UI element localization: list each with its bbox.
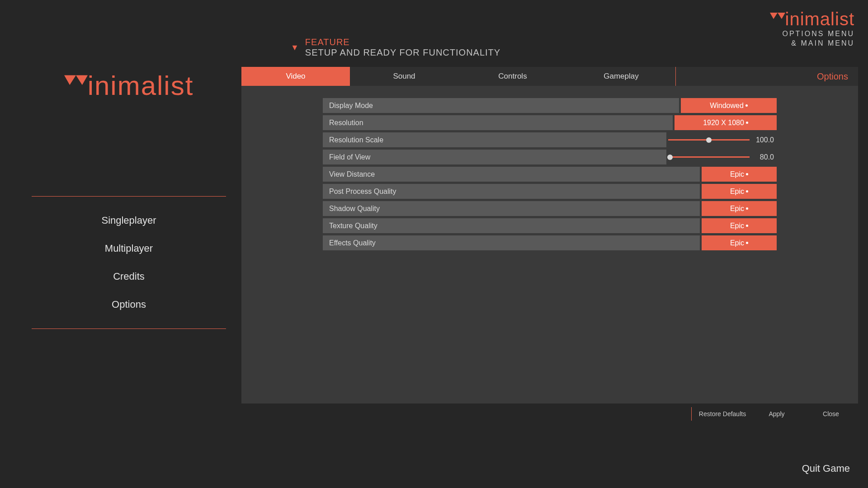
dropdown-value: Epic <box>730 239 744 247</box>
setting-dropdown[interactable]: Epic <box>702 184 777 199</box>
setting-dropdown[interactable]: Epic <box>702 218 777 233</box>
dropdown-bullet-icon <box>746 190 748 192</box>
dropdown-value: Epic <box>730 222 744 230</box>
menu-singleplayer[interactable]: Singleplayer <box>32 206 226 235</box>
subtitle-line2: & MAIN MENU <box>770 39 854 48</box>
slider-thumb[interactable] <box>706 137 712 143</box>
setting-label: Post Process Quality <box>323 184 700 199</box>
dropdown-value: Epic <box>730 170 744 178</box>
panel-title: Options <box>817 67 858 86</box>
tab-sound[interactable]: Sound <box>350 67 458 86</box>
dropdown-bullet-icon <box>746 225 748 227</box>
setting-label: Field of View <box>323 150 666 164</box>
settings-body: Display ModeWindowedResolution1920 X 108… <box>241 86 858 404</box>
slider-value: 80.0 <box>750 153 774 161</box>
brand-mark-icon <box>770 13 785 27</box>
menu-options[interactable]: Options <box>32 291 226 319</box>
caret-down-icon: ▼ <box>291 43 299 52</box>
options-tabs: Video Sound Controls Gameplay Options <box>241 67 858 86</box>
brand-logo: inimalist <box>32 70 226 101</box>
brand-logo-small: inimalist <box>770 9 854 29</box>
dropdown-value: Windowed <box>710 102 744 110</box>
setting-slider[interactable]: 80.0 <box>668 150 777 164</box>
menu-credits[interactable]: Credits <box>32 263 226 291</box>
apply-button[interactable]: Apply <box>750 410 804 418</box>
setting-label: View Distance <box>323 167 700 182</box>
setting-dropdown[interactable]: Epic <box>702 201 777 216</box>
brand-text-small: inimalist <box>785 9 854 29</box>
slider-thumb[interactable] <box>667 155 673 160</box>
slider-track[interactable] <box>668 156 750 158</box>
quit-game-button[interactable]: Quit Game <box>802 463 850 474</box>
setting-label: Shadow Quality <box>323 201 700 216</box>
setting-row: Resolution1920 X 1080 <box>323 115 777 130</box>
dropdown-bullet-icon <box>746 173 748 175</box>
tab-controls[interactable]: Controls <box>458 67 567 86</box>
tab-video[interactable]: Video <box>241 67 350 86</box>
setting-row: View DistanceEpic <box>323 167 777 182</box>
footer-separator <box>691 407 692 421</box>
feature-label: FEATURE <box>305 37 500 47</box>
dropdown-bullet-icon <box>745 104 748 107</box>
setting-slider[interactable]: 100.0 <box>668 132 777 147</box>
setting-row: Texture QualityEpic <box>323 218 777 233</box>
setting-dropdown[interactable]: Epic <box>702 167 777 182</box>
tab-gameplay[interactable]: Gameplay <box>567 67 675 86</box>
restore-defaults-button[interactable]: Restore Defaults <box>695 410 750 418</box>
setting-label: Texture Quality <box>323 218 700 233</box>
dropdown-value: 1920 X 1080 <box>703 119 744 127</box>
dropdown-bullet-icon <box>746 242 748 244</box>
feature-header: ▼ FEATURE SETUP AND READY FOR FUNCTIONAL… <box>291 37 500 58</box>
setting-label: Resolution Scale <box>323 132 666 147</box>
slider-value: 100.0 <box>750 136 774 144</box>
setting-dropdown[interactable]: Epic <box>702 235 777 250</box>
setting-dropdown[interactable]: Windowed <box>681 98 777 113</box>
brand-text: inimalist <box>88 70 194 101</box>
feature-subtitle: SETUP AND READY FOR FUNCTIONALITY <box>305 47 500 58</box>
subtitle-line1: OPTIONS MENU <box>770 29 854 39</box>
options-panel: Video Sound Controls Gameplay Options Di… <box>241 67 858 404</box>
setting-label: Resolution <box>323 115 673 130</box>
setting-row: Effects QualityEpic <box>323 235 777 250</box>
dropdown-bullet-icon <box>746 207 748 210</box>
setting-row: Post Process QualityEpic <box>323 184 777 199</box>
setting-row: Shadow QualityEpic <box>323 201 777 216</box>
menu-multiplayer[interactable]: Multiplayer <box>32 235 226 263</box>
setting-dropdown[interactable]: 1920 X 1080 <box>675 115 777 130</box>
setting-label: Effects Quality <box>323 235 700 250</box>
setting-label: Display Mode <box>323 98 679 113</box>
dropdown-value: Epic <box>730 205 744 213</box>
setting-row: Resolution Scale100.0 <box>323 132 777 147</box>
dropdown-value: Epic <box>730 188 744 196</box>
close-button[interactable]: Close <box>804 410 858 418</box>
dropdown-bullet-icon <box>746 122 748 124</box>
main-menu-sidebar: inimalist Singleplayer Multiplayer Credi… <box>32 70 226 329</box>
tabs-separator <box>675 67 676 86</box>
setting-row: Field of View80.0 <box>323 150 777 164</box>
brand-mark-icon <box>64 75 88 98</box>
setting-row: Display ModeWindowed <box>323 98 777 113</box>
slider-track[interactable] <box>668 139 750 141</box>
top-right-info: inimalist OPTIONS MENU & MAIN MENU <box>770 9 854 48</box>
main-menu: Singleplayer Multiplayer Credits Options <box>32 196 226 329</box>
options-footer: Restore Defaults Apply Close <box>241 404 858 423</box>
